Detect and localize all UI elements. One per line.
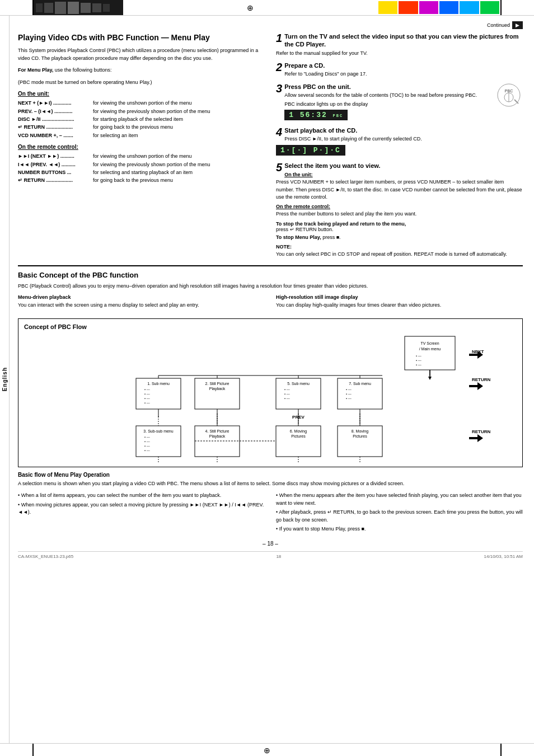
step-2-title: Prepare a CD. bbox=[276, 62, 523, 69]
step-2-body: Refer to "Loading Discs" on page 17. bbox=[276, 71, 523, 78]
col-left: Playing Video CDs with PBC Function — Me… bbox=[18, 32, 265, 259]
svg-text:• —: • — bbox=[284, 388, 290, 391]
remote-controls: ►►I (NEXT ►►) .......... for viewing the… bbox=[18, 152, 265, 185]
high-res-title: High-resolution still image display bbox=[276, 294, 523, 300]
svg-text:RETURN: RETURN bbox=[472, 377, 491, 382]
remote-key-prev: I◄◄ (PREV. ◄◄) .......... bbox=[18, 161, 91, 168]
svg-text:• —: • — bbox=[284, 397, 290, 400]
step-1-body: Refer to the manual supplied for your TV… bbox=[276, 50, 523, 58]
unit-desc-next: for viewing the unshown portion of the m… bbox=[93, 99, 265, 107]
svg-text:1. Sub menu: 1. Sub menu bbox=[147, 382, 170, 386]
note-title: NOTE: bbox=[276, 244, 292, 250]
on-remote-title: On the remote control: bbox=[18, 144, 265, 150]
svg-text:5. Sub menu: 5. Sub menu bbox=[287, 382, 310, 386]
right-bullets: When the menu appears after the item you… bbox=[276, 492, 523, 533]
bottom-two-col: When a list of items appears, you can se… bbox=[18, 492, 523, 535]
svg-text:6. Moving: 6. Moving bbox=[290, 429, 307, 434]
svg-text:8. Moving: 8. Moving bbox=[352, 429, 368, 434]
svg-text:PBC: PBC bbox=[505, 89, 513, 93]
to-stop-track: To stop the track being played and retur… bbox=[276, 221, 523, 232]
right-bullet-1: When the menu appears after the item you… bbox=[276, 492, 523, 507]
to-stop-menu: To stop Menu Play, press ■. bbox=[276, 234, 523, 240]
unit-control-vcd: VCD NUMBER +, – ....... for selecting an… bbox=[18, 132, 265, 139]
svg-text:• —: • — bbox=[144, 440, 150, 443]
note-section: NOTE: You can only select PBC in CD STOP… bbox=[276, 243, 523, 259]
pbc-icon: PBC bbox=[495, 83, 523, 108]
section-divider bbox=[18, 265, 523, 266]
main-content: Continued ▶ Playing Video CDs with PBC F… bbox=[10, 16, 534, 743]
svg-text:4. Still Picture: 4. Still Picture bbox=[205, 429, 229, 433]
basic-concept-title: Basic Concept of the PBC function bbox=[18, 271, 523, 279]
basic-flow-bullets: When a list of items appears, you can se… bbox=[18, 492, 265, 516]
unit-control-return: ↵ RETURN ................... for going b… bbox=[18, 123, 265, 131]
svg-text:Pictures: Pictures bbox=[291, 434, 306, 438]
svg-text:3. Sub-sub menu: 3. Sub-sub menu bbox=[143, 429, 173, 433]
basic-concept-intro: PBC (Playback Control) allows you to enj… bbox=[18, 283, 523, 290]
remote-desc-prev: for viewing the previously shown portion… bbox=[93, 161, 265, 168]
remote-key-next: ►►I (NEXT ►►) .......... bbox=[18, 152, 91, 160]
unit-key-vcd: VCD NUMBER +, – ....... bbox=[18, 132, 91, 139]
svg-text:TV Screen: TV Screen bbox=[420, 341, 439, 345]
step-2-num: 2 bbox=[276, 62, 282, 73]
svg-text:Playback: Playback bbox=[209, 434, 226, 439]
svg-text:• —: • — bbox=[346, 388, 352, 391]
step-1-num: 1 bbox=[276, 32, 282, 44]
step-3: 3 Press PBC on the unit. Allow several s… bbox=[276, 83, 523, 122]
unit-control-prev: PREV. – (I◄◄) ............. for viewing … bbox=[18, 107, 265, 115]
pbc-mode-note: (PBC mode must be turned on before opera… bbox=[18, 79, 265, 87]
unit-desc-prev: for viewing the previously shown portion… bbox=[93, 107, 265, 115]
svg-marker-14 bbox=[469, 382, 483, 390]
remote-control-next: ►►I (NEXT ►►) .......... for viewing the… bbox=[18, 152, 265, 160]
for-menu-play-line: For Menu Play, use the following buttons… bbox=[18, 67, 265, 74]
continued-row: Continued ▶ bbox=[18, 21, 523, 29]
unit-desc-disc: for starting playback of the selected it… bbox=[93, 115, 265, 123]
svg-text:• —: • — bbox=[144, 397, 150, 400]
menu-driven-text: You can interact with the screen using a… bbox=[18, 302, 265, 309]
svg-text:7. Sub menu: 7. Sub menu bbox=[349, 382, 371, 386]
remote-control-return: ↵ RETURN ................... for going b… bbox=[18, 176, 265, 184]
basic-flow-title: Basic flow of Menu Play Operation bbox=[18, 472, 523, 478]
unit-key-next: NEXT + (►►I) ............. bbox=[18, 99, 91, 107]
step-1: 1 Turn on the TV and select the video in… bbox=[276, 32, 523, 57]
unit-desc-vcd: for selecting an item bbox=[93, 132, 265, 139]
step-5-title: Select the item you want to view. bbox=[276, 162, 523, 170]
unit-key-disc: DISC ►/II ....................... bbox=[18, 115, 91, 123]
top-bar-colors bbox=[377, 0, 500, 15]
page-number: – 18 – bbox=[18, 541, 523, 547]
step-4-body: Press DISC ►/II, to start playing of the… bbox=[276, 135, 523, 143]
step-1-title: Turn on the TV and select the video inpu… bbox=[276, 32, 523, 49]
svg-text:• —: • — bbox=[346, 397, 352, 400]
step-3-display: 1 56:32 PBC bbox=[284, 110, 348, 120]
unit-key-return: ↵ RETURN ................... bbox=[18, 123, 91, 131]
unit-control-disc: DISC ►/II ....................... for st… bbox=[18, 115, 265, 123]
footer: CA-MXSK_ENUE13-23.p65 18 14/10/03, 10:51… bbox=[18, 551, 523, 559]
concept-two-col: Menu-driven playback You can interact wi… bbox=[18, 294, 523, 314]
svg-text:• —: • — bbox=[416, 359, 421, 362]
top-bar-right-end bbox=[500, 0, 534, 15]
step-2: 2 Prepare a CD. Refer to "Loading Discs"… bbox=[276, 62, 523, 78]
unit-controls: NEXT + (►►I) ............. for viewing t… bbox=[18, 99, 265, 139]
remote-desc-return: for going back to the previous menu bbox=[93, 176, 265, 184]
intro-text: This System provides Playback Control (P… bbox=[18, 47, 265, 62]
remote-key-return: ↵ RETURN ................... bbox=[18, 176, 91, 184]
high-res-col: High-resolution still image display You … bbox=[276, 294, 523, 314]
svg-text:Pictures: Pictures bbox=[353, 434, 367, 438]
svg-text:/ Main menu: / Main menu bbox=[419, 347, 441, 351]
step-4: 4 Start playback of the CD. Press DISC ►… bbox=[276, 126, 523, 157]
menu-driven-title: Menu-driven playback bbox=[18, 294, 265, 300]
high-res-text: You can display high-quality images four… bbox=[276, 302, 523, 309]
top-decorative-bar: ⊕ bbox=[0, 0, 534, 16]
pbc-flow-title: Concept of PBC Flow bbox=[24, 323, 517, 330]
step-3-num: 3 bbox=[276, 83, 282, 94]
svg-text:RETURN: RETURN bbox=[472, 429, 491, 434]
remote-control-num: NUMBER BUTTONS ... for selecting and sta… bbox=[18, 168, 265, 176]
unit-desc-return: for going back to the previous menu bbox=[93, 123, 265, 131]
menu-driven-col: Menu-driven playback You can interact wi… bbox=[18, 294, 265, 314]
svg-text:• —: • — bbox=[346, 392, 352, 396]
footer-left: CA-MXSK_ENUE13-23.p65 bbox=[18, 554, 73, 559]
bottom-left-col: When a list of items appears, you can se… bbox=[18, 492, 265, 535]
svg-marker-65 bbox=[469, 434, 483, 442]
step-3-title: Press PBC on the unit. bbox=[284, 83, 491, 91]
step-4-title: Start playback of the CD. bbox=[276, 126, 523, 134]
basic-flow-intro: A selection menu is shown when you start… bbox=[18, 480, 523, 488]
